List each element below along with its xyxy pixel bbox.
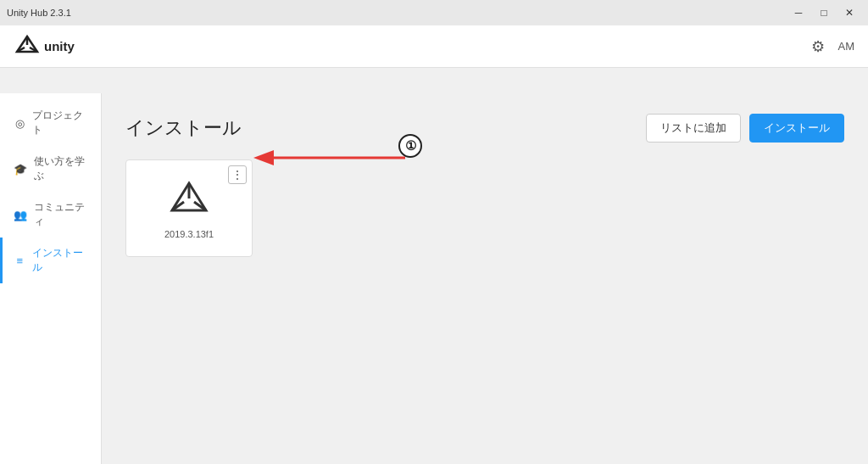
- sidebar-item-community[interactable]: 👥 コミュニティ: [0, 192, 101, 238]
- sidebar-item-label: 使い方を学ぶ: [34, 154, 87, 183]
- maximize-button[interactable]: □: [812, 4, 836, 21]
- page-header: インストール リストに追加 インストール: [125, 114, 844, 143]
- unity-logo-icon: [14, 33, 41, 60]
- main-content: ◎ プロジェクト 🎓 使い方を学ぶ 👥 コミュニティ ≡ インストール インスト…: [0, 93, 868, 464]
- header-right: ⚙ AM: [811, 37, 855, 56]
- install-button[interactable]: インストール: [749, 114, 844, 143]
- gear-icon[interactable]: ⚙: [811, 37, 825, 56]
- installs-icon: ≡: [14, 254, 25, 267]
- community-icon: 👥: [14, 209, 27, 221]
- header-logo: unity: [14, 33, 75, 60]
- titlebar: Unity Hub 2.3.1 ─ □ ✕: [0, 0, 868, 25]
- add-to-list-button[interactable]: リストに追加: [646, 114, 741, 143]
- install-cards-grid: ⋮ 2019.3.13f1: [125, 159, 844, 257]
- close-button[interactable]: ✕: [837, 4, 861, 21]
- learn-icon: 🎓: [14, 163, 27, 176]
- sidebar-item-label: インストール: [32, 246, 87, 275]
- card-version: 2019.3.13f1: [164, 229, 214, 239]
- sidebar-item-label: コミュニティ: [34, 200, 87, 229]
- page-content: インストール リストに追加 インストール ⋮ 2019.3.13f1: [102, 93, 868, 464]
- page-title: インストール: [125, 115, 242, 141]
- sidebar-item-label: プロジェクト: [32, 109, 87, 137]
- sidebar-item-installs[interactable]: ≡ インストール: [0, 238, 101, 283]
- avatar[interactable]: AM: [838, 40, 855, 53]
- install-card: ⋮ 2019.3.13f1: [125, 159, 253, 257]
- sidebar: ◎ プロジェクト 🎓 使い方を学ぶ 👥 コミュニティ ≡ インストール: [0, 93, 102, 464]
- projects-icon: ◎: [14, 117, 25, 130]
- app-header: unity ⚙ AM: [0, 25, 868, 68]
- card-unity-logo-icon: [167, 178, 211, 222]
- titlebar-title: Unity Hub 2.3.1: [7, 8, 71, 18]
- logo-text: unity: [44, 39, 75, 53]
- minimize-button[interactable]: ─: [787, 4, 810, 21]
- titlebar-controls: ─ □ ✕: [787, 4, 861, 21]
- titlebar-title-text: Unity Hub 2.3.1: [7, 8, 71, 18]
- page-actions: リストに追加 インストール: [646, 114, 844, 143]
- sidebar-item-learn[interactable]: 🎓 使い方を学ぶ: [0, 146, 101, 192]
- card-menu-button[interactable]: ⋮: [228, 165, 247, 184]
- sidebar-item-projects[interactable]: ◎ プロジェクト: [0, 100, 101, 146]
